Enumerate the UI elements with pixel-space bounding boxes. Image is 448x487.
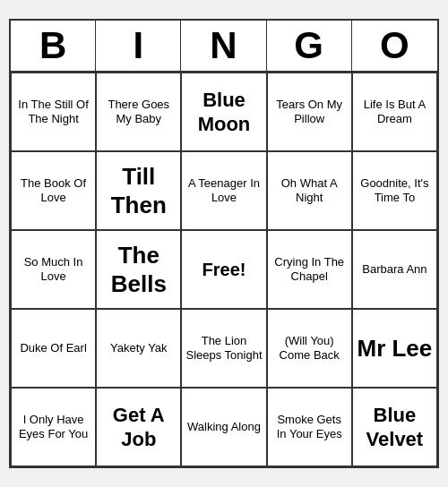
bingo-header-letter: O <box>352 21 437 71</box>
bingo-cell: Duke Of Earl <box>11 309 96 388</box>
bingo-cell: Barbara Ann <box>352 230 437 309</box>
bingo-header: BINGO <box>11 21 437 73</box>
bingo-cell: Goodnite, It's Time To <box>352 151 437 230</box>
bingo-header-letter: I <box>96 21 181 71</box>
bingo-cell: (Will You) Come Back <box>267 309 352 388</box>
bingo-cell: Blue Velvet <box>352 388 437 466</box>
bingo-header-letter: B <box>11 21 96 71</box>
bingo-cell: Life Is But A Dream <box>352 73 437 151</box>
bingo-grid: In The Still Of The NightThere Goes My B… <box>11 73 437 466</box>
bingo-cell: Get A Job <box>96 388 181 466</box>
bingo-cell: There Goes My Baby <box>96 73 181 151</box>
bingo-cell: Walking Along <box>181 388 266 466</box>
bingo-cell: So Much In Love <box>11 230 96 309</box>
bingo-cell: Oh What A Night <box>267 151 352 230</box>
bingo-card: BINGO In The Still Of The NightThere Goe… <box>9 19 439 468</box>
bingo-cell: Till Then <box>96 151 181 230</box>
bingo-cell: Tears On My Pillow <box>267 73 352 151</box>
bingo-cell: In The Still Of The Night <box>11 73 96 151</box>
bingo-cell: Blue Moon <box>181 73 266 151</box>
bingo-cell: The Lion Sleeps Tonight <box>181 309 266 388</box>
bingo-cell: The Book Of Love <box>11 151 96 230</box>
bingo-cell: Crying In The Chapel <box>267 230 352 309</box>
bingo-cell: Mr Lee <box>352 309 437 388</box>
bingo-cell: The Bells <box>96 230 181 309</box>
bingo-header-letter: G <box>267 21 352 71</box>
bingo-cell: A Teenager In Love <box>181 151 266 230</box>
bingo-cell: I Only Have Eyes For You <box>11 388 96 466</box>
bingo-cell: Free! <box>181 230 266 309</box>
bingo-header-letter: N <box>181 21 266 71</box>
bingo-cell: Smoke Gets In Your Eyes <box>267 388 352 466</box>
bingo-cell: Yakety Yak <box>96 309 181 388</box>
